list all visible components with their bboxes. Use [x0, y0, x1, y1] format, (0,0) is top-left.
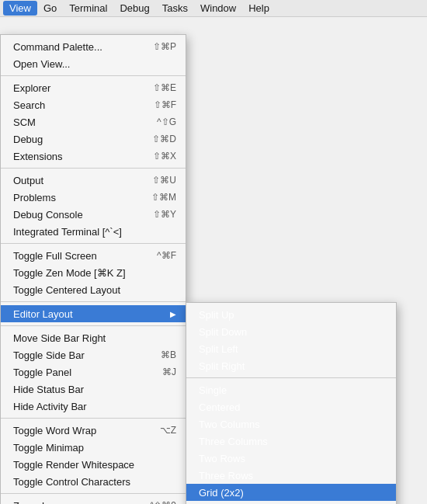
menu-item-command-palette[interactable]: Command Palette... ⇧⌘P [1, 38, 186, 55]
menu-item-label: Zoom In [13, 500, 50, 505]
submenu-item-label: Three Columns [199, 436, 268, 447]
submenu-item-label: Three Rows [199, 470, 253, 481]
menu-item-editor-layout[interactable]: Editor Layout ▶ Split Up Split Down Spli… [1, 305, 186, 322]
submenu-item-grid-2x2[interactable]: Grid (2x2) [186, 484, 396, 501]
menu-item-toggle-control-characters[interactable]: Toggle Control Characters [1, 473, 186, 490]
menu-item-label: Toggle Centered Layout [13, 284, 120, 296]
menu-item-label: Toggle Minimap [13, 442, 84, 454]
submenu-item-label: Two Rows [199, 453, 245, 464]
submenu-item-three-rows[interactable]: Three Rows [186, 467, 396, 484]
menu-item-label: Toggle Zen Mode [⌘K Z] [13, 267, 126, 279]
menu-item-debug-console[interactable]: Debug Console ⇧⌘Y [1, 206, 186, 223]
menu-item-output[interactable]: Output ⇧⌘U [1, 172, 186, 189]
menu-item-shortcut: ⌥Z [160, 425, 176, 436]
submenu-item-label: Split Up [199, 309, 234, 321]
separator-4 [1, 301, 186, 302]
menu-item-extensions[interactable]: Extensions ⇧⌘X [1, 148, 186, 165]
separator-1 [1, 75, 186, 76]
submenu-item-two-rows[interactable]: Two Rows [186, 450, 396, 467]
menu-bar-item-view[interactable]: View [3, 1, 37, 16]
menu-item-toggle-panel[interactable]: Toggle Panel ⌘J [1, 363, 186, 381]
submenu-item-label: Single [199, 384, 227, 396]
view-dropdown: Command Palette... ⇧⌘P Open View... Expl… [0, 34, 186, 504]
menu-bar-item-window[interactable]: Window [194, 1, 242, 16]
menu-bar-item-help[interactable]: Help [242, 1, 276, 16]
menu-item-shortcut: ⇧⌘F [154, 99, 176, 110]
menu-item-toggle-centered-layout[interactable]: Toggle Centered Layout [1, 281, 186, 298]
menu-item-shortcut: ⇧⌘Y [153, 209, 176, 220]
editor-layout-submenu: Split Up Split Down Split Left Split Rig… [186, 302, 397, 504]
submenu-item-label: Split Right [199, 360, 245, 372]
menu-item-shortcut: ^⇧G [157, 116, 176, 127]
menu-bar-item-debug[interactable]: Debug [113, 1, 155, 16]
submenu-item-centered[interactable]: Centered [186, 398, 396, 415]
submenu-item-single[interactable]: Single [186, 381, 396, 398]
menu-item-toggle-word-wrap[interactable]: Toggle Word Wrap ⌥Z [1, 422, 186, 439]
menu-item-label: Editor Layout [13, 308, 73, 320]
menu-item-toggle-render-whitespace[interactable]: Toggle Render Whitespace [1, 456, 186, 473]
menu-item-toggle-minimap[interactable]: Toggle Minimap [1, 439, 186, 456]
menu-item-toggle-full-screen[interactable]: Toggle Full Screen ^⌘F [1, 247, 186, 264]
separator-3 [1, 243, 186, 244]
menu-item-label: Toggle Side Bar [13, 349, 85, 361]
submenu-item-split-down[interactable]: Split Down [186, 323, 396, 340]
menu-item-label: Output [13, 175, 43, 186]
menu-item-label: Toggle Full Screen [13, 250, 97, 262]
submenu-item-split-right[interactable]: Split Right [186, 357, 396, 374]
submenu-item-label: Two Columns [199, 419, 260, 430]
submenu-item-two-columns-right[interactable]: Two Columns Right [186, 501, 396, 504]
submenu-item-three-columns[interactable]: Three Columns [186, 433, 396, 450]
menu-item-shortcut: ⇧⌘U [152, 175, 176, 186]
menu-bar-item-tasks[interactable]: Tasks [156, 1, 194, 16]
submenu-item-label: Centered [199, 401, 240, 413]
menu-item-search[interactable]: Search ⇧⌘F [1, 96, 186, 113]
menu-item-label: Hide Status Bar [13, 384, 84, 395]
menu-bar-item-go[interactable]: Go [37, 1, 63, 16]
menu-item-integrated-terminal[interactable]: Integrated Terminal [^`<] [1, 223, 186, 240]
submenu-item-split-up[interactable]: Split Up [186, 306, 396, 323]
menu-item-label: SCM [13, 116, 36, 128]
separator-7 [1, 493, 186, 494]
separator-6 [1, 418, 186, 419]
menu-item-label: Open View... [13, 58, 70, 70]
menu-item-debug[interactable]: Debug ⇧⌘D [1, 130, 186, 148]
menu-item-shortcut: ⇧⌘D [152, 134, 176, 144]
arrow-icon: ▶ [170, 310, 176, 318]
menu-item-label: Problems [13, 192, 56, 203]
menu-item-open-view[interactable]: Open View... [1, 55, 186, 72]
menu-item-label: Extensions [13, 151, 63, 162]
menu-item-shortcut: ⌘J [162, 367, 176, 377]
menu-item-move-side-bar-right[interactable]: Move Side Bar Right [1, 329, 186, 346]
menu-item-label: Toggle Word Wrap [13, 425, 96, 436]
menu-item-shortcut: ⇧⌘M [151, 192, 176, 203]
menu-item-label: Command Palette... [13, 41, 102, 53]
menu-item-shortcut: ⇧⌘X [153, 151, 176, 162]
menu-item-hide-status-bar[interactable]: Hide Status Bar [1, 381, 186, 398]
separator-2 [1, 168, 186, 169]
submenu-item-label: Split Down [199, 326, 247, 338]
submenu-item-split-left[interactable]: Split Left [186, 340, 396, 357]
menu-item-toggle-side-bar[interactable]: Toggle Side Bar ⌘B [1, 346, 186, 363]
menu-item-label: Hide Activity Bar [13, 401, 87, 412]
menu-item-problems[interactable]: Problems ⇧⌘M [1, 189, 186, 206]
menu-item-explorer[interactable]: Explorer ⇧⌘E [1, 79, 186, 96]
menu-item-zoom-in[interactable]: Zoom In ^⇧⌘9 [1, 497, 186, 504]
menu-item-label: Explorer [13, 82, 50, 94]
menu-item-shortcut: ^⌘F [157, 250, 176, 261]
menu-item-label: Move Side Bar Right [13, 332, 106, 344]
menu-item-label: Toggle Control Characters [13, 476, 130, 488]
submenu-item-two-columns[interactable]: Two Columns [186, 415, 396, 433]
menu-item-label: Debug [13, 134, 43, 145]
menu-item-shortcut: ⇧⌘P [153, 41, 176, 52]
menu-item-label: Debug Console [13, 209, 83, 221]
separator-5 [1, 325, 186, 326]
menu-item-label: Toggle Render Whitespace [13, 459, 134, 471]
menu-item-hide-activity-bar[interactable]: Hide Activity Bar [1, 398, 186, 415]
menu-bar-item-terminal[interactable]: Terminal [63, 1, 113, 16]
menu-item-label: Toggle Panel [13, 367, 71, 378]
menu-item-label: Integrated Terminal [^`<] [13, 226, 122, 238]
menu-item-shortcut: ⇧⌘E [153, 82, 176, 93]
menu-item-toggle-zen-mode[interactable]: Toggle Zen Mode [⌘K Z] [1, 264, 186, 281]
menu-item-shortcut: ⌘B [161, 349, 176, 360]
menu-item-scm[interactable]: SCM ^⇧G [1, 113, 186, 130]
